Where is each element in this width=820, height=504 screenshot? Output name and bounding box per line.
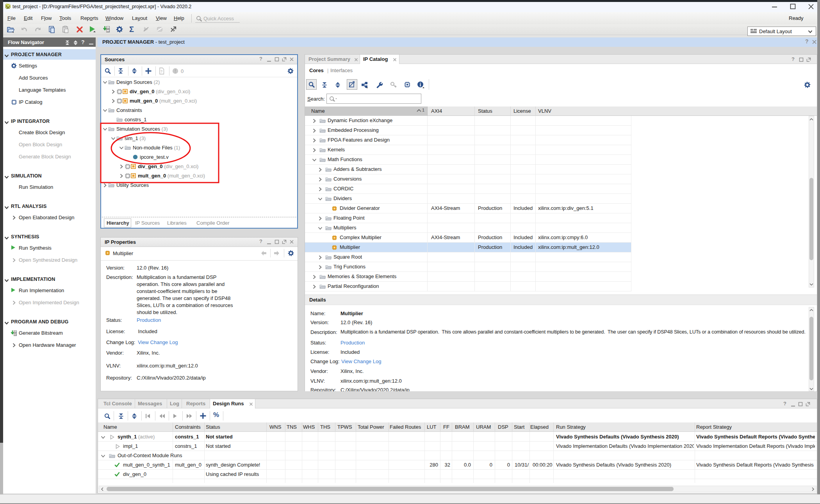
svg-text:10: 10 [107,30,110,32]
svg-text:?: ? [160,69,162,73]
svg-text:01: 01 [107,27,110,29]
svg-text:10: 10 [14,334,16,336]
svg-text:01: 01 [14,331,16,333]
